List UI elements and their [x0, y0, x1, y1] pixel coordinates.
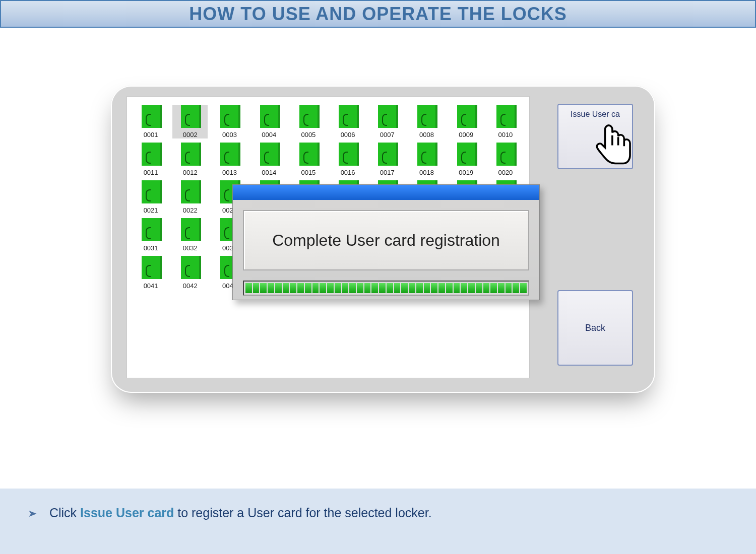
locker-label: 0020 [498, 169, 513, 176]
locker-0007[interactable]: 0007 [369, 105, 405, 138]
locker-0032[interactable]: 0032 [172, 218, 208, 252]
dialog-message: Complete User card registration [243, 210, 529, 270]
locker-icon [260, 143, 278, 166]
locker-icon [496, 143, 515, 166]
locker-icon [220, 143, 238, 166]
locker-0020[interactable]: 0020 [488, 143, 523, 176]
footer-highlight: Issue User card [80, 506, 174, 520]
locker-0041[interactable]: 0041 [133, 256, 168, 290]
locker-0018[interactable]: 0018 [409, 143, 444, 176]
locker-icon [417, 105, 435, 128]
issue-user-card-button[interactable]: Issue User ca [557, 104, 633, 169]
locker-icon [181, 180, 199, 203]
locker-label: 0018 [419, 169, 434, 176]
locker-label: 0008 [419, 131, 434, 138]
locker-0031[interactable]: 0031 [133, 218, 168, 252]
locker-icon [181, 218, 199, 241]
locker-0010[interactable]: 0010 [488, 105, 523, 138]
bullet-arrow-icon: ➤ [28, 508, 37, 519]
locker-label: 0007 [380, 131, 395, 138]
screenshot-frame: 0001000200030004000500060007000800090010… [111, 86, 655, 393]
locker-icon [181, 256, 199, 279]
locker-icon [142, 256, 160, 279]
locker-0021[interactable]: 0021 [133, 180, 168, 214]
locker-icon [142, 218, 160, 241]
locker-label: 0009 [459, 131, 473, 138]
progress-bar [243, 281, 529, 296]
locker-0017[interactable]: 0017 [369, 143, 405, 176]
locker-label: 0022 [183, 206, 198, 214]
locker-0022[interactable]: 0022 [172, 180, 208, 214]
locker-label: 0019 [459, 169, 473, 176]
locker-icon [220, 105, 238, 128]
locker-label: 0031 [144, 244, 158, 252]
locker-icon [417, 143, 435, 166]
locker-0009[interactable]: 0009 [449, 105, 484, 138]
instruction-footer: ➤ Click Issue User card to register a Us… [0, 489, 756, 554]
locker-label: 0001 [144, 131, 158, 138]
locker-label: 0014 [262, 169, 276, 176]
locker-label: 0004 [262, 131, 276, 138]
locker-0011[interactable]: 0011 [133, 143, 168, 176]
locker-icon [299, 143, 318, 166]
locker-label: 0013 [222, 169, 237, 176]
locker-icon [496, 105, 515, 128]
locker-label: 0011 [144, 169, 158, 176]
locker-icon [260, 105, 278, 128]
locker-label: 0003 [222, 131, 237, 138]
locker-icon [378, 143, 396, 166]
locker-icon [457, 105, 475, 128]
pointer-cursor-icon [589, 122, 635, 173]
locker-icon [181, 105, 199, 128]
page-title: HOW TO USE AND OPERATE THE LOCKS [0, 0, 756, 28]
locker-label: 0006 [341, 131, 355, 138]
locker-icon [181, 143, 199, 166]
locker-label: 0015 [301, 169, 316, 176]
locker-0002[interactable]: 0002 [172, 105, 208, 138]
locker-0012[interactable]: 0012 [172, 143, 208, 176]
locker-0013[interactable]: 0013 [212, 143, 247, 176]
locker-label: 0012 [183, 169, 198, 176]
locker-0042[interactable]: 0042 [172, 256, 208, 290]
locker-0015[interactable]: 0015 [291, 143, 326, 176]
locker-label: 0010 [498, 131, 513, 138]
locker-icon [299, 105, 318, 128]
locker-label: 0005 [301, 131, 316, 138]
locker-label: 0017 [380, 169, 395, 176]
locker-0016[interactable]: 0016 [330, 143, 365, 176]
locker-0019[interactable]: 0019 [449, 143, 484, 176]
locker-label: 0032 [183, 244, 198, 252]
locker-0008[interactable]: 0008 [409, 105, 444, 138]
dialog-titlebar [233, 185, 539, 200]
locker-icon [378, 105, 396, 128]
locker-icon [142, 105, 160, 128]
locker-0014[interactable]: 0014 [251, 143, 287, 176]
issue-button-label: Issue User ca [571, 110, 620, 119]
locker-0004[interactable]: 0004 [251, 105, 287, 138]
locker-icon [339, 105, 357, 128]
locker-0006[interactable]: 0006 [330, 105, 365, 138]
back-button-label: Back [585, 323, 605, 333]
registration-dialog: Complete User card registration [232, 184, 540, 300]
locker-0005[interactable]: 0005 [291, 105, 326, 138]
locker-label: 0002 [183, 131, 198, 138]
locker-icon [339, 143, 357, 166]
footer-text-prefix: Click [49, 506, 80, 520]
locker-0003[interactable]: 0003 [212, 105, 247, 138]
footer-text-suffix: to register a User card for the selected… [174, 506, 431, 520]
locker-label: 0041 [144, 282, 158, 290]
locker-0001[interactable]: 0001 [133, 105, 168, 138]
locker-label: 0021 [144, 206, 158, 214]
locker-icon [457, 143, 475, 166]
back-button[interactable]: Back [557, 290, 633, 366]
locker-icon [142, 143, 160, 166]
locker-label: 0042 [183, 282, 198, 290]
locker-label: 0016 [341, 169, 355, 176]
locker-icon [142, 180, 160, 203]
